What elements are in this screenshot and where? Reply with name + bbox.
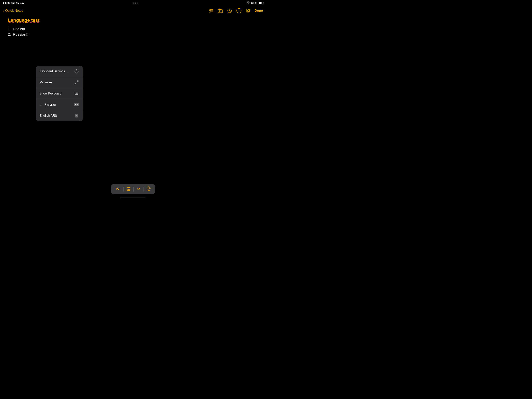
svg-rect-30 [75, 94, 78, 95]
compose-icon[interactable] [245, 8, 251, 14]
list-number-1: 1. [8, 27, 12, 31]
markup-icon[interactable] [227, 8, 233, 14]
svg-rect-9 [219, 9, 221, 10]
svg-point-1 [209, 10, 210, 10]
list-item: 1. English [8, 27, 258, 31]
nav-bar: ‹ Quick Notes [0, 6, 266, 16]
back-label: Quick Notes [5, 9, 23, 13]
camera-icon[interactable] [217, 8, 223, 14]
note-content: Language test 1. English 2. Russian!!! [0, 16, 266, 40]
menu-label-keyboard-settings: Keyboard Settings... [39, 70, 68, 73]
menu-russian-left: ✓ Русская [39, 103, 56, 107]
back-chevron-icon: ‹ [3, 9, 5, 13]
menu-item-keyboard-settings[interactable]: Keyboard Settings... [36, 66, 83, 77]
toolbar-ru-badge: РУ [115, 187, 120, 191]
home-indicator [120, 198, 146, 198]
nav-right-actions: Done [208, 8, 263, 14]
ru-badge: РУ [74, 103, 79, 106]
menu-label-russian: Русская [44, 103, 56, 106]
svg-rect-23 [77, 93, 78, 93]
list-text-2: Russian!!! [13, 32, 29, 37]
done-button[interactable]: Done [255, 9, 263, 13]
svg-rect-25 [75, 94, 75, 94]
svg-rect-29 [78, 94, 78, 94]
svg-rect-21 [76, 93, 76, 93]
list-text-1: English [13, 27, 25, 31]
toolbar-grid-button[interactable] [125, 187, 132, 192]
menu-item-english-us[interactable]: English (US) A [36, 110, 83, 121]
svg-rect-24 [78, 93, 78, 93]
toolbar-mic-button[interactable] [145, 186, 152, 193]
bottom-toolbar: РУ Aa [111, 184, 155, 194]
toolbar-aa-button[interactable]: Aa [135, 187, 142, 192]
svg-rect-26 [76, 94, 76, 94]
wifi-icon [247, 1, 250, 5]
menu-label-show-keyboard: Show Keyboard [39, 92, 62, 95]
grid-icon [127, 187, 130, 191]
keyboard-menu-popup: Keyboard Settings... Minimise Show Keybo… [36, 66, 83, 121]
svg-point-10 [222, 10, 222, 10]
microphone-icon [147, 187, 151, 192]
svg-point-16 [240, 11, 240, 11]
svg-rect-28 [77, 94, 78, 94]
svg-point-15 [239, 11, 239, 11]
list-item: 2. Russian!!! [8, 32, 258, 37]
minimize-icon [74, 80, 79, 85]
toolbar-divider-3 [144, 187, 144, 192]
menu-item-show-keyboard[interactable]: Show Keyboard [36, 88, 83, 99]
more-icon[interactable] [236, 8, 242, 14]
toolbar-ru-button[interactable]: РУ [114, 187, 122, 192]
toolbar-divider-1 [123, 187, 124, 192]
menu-item-minimise[interactable]: Minimise [36, 77, 83, 88]
menu-item-russian[interactable]: ✓ Русская РУ [36, 99, 83, 110]
battery-percentage: 66 % [251, 1, 257, 5]
svg-point-18 [76, 71, 77, 72]
menu-label-minimise: Minimise [39, 81, 52, 84]
svg-point-14 [238, 11, 238, 11]
status-right: 66 % [247, 1, 263, 5]
svg-rect-20 [75, 93, 75, 93]
note-list: 1. English 2. Russian!!! [8, 27, 258, 37]
svg-point-4 [209, 11, 211, 13]
a-badge-icon: A [74, 113, 79, 118]
note-title[interactable]: Language test [8, 18, 258, 23]
checklist-icon[interactable] [208, 8, 214, 14]
gear-icon [74, 69, 79, 74]
svg-point-8 [219, 10, 221, 12]
svg-rect-27 [76, 94, 77, 94]
svg-point-12 [229, 11, 230, 11]
dot-3 [137, 3, 138, 4]
toolbar-aa-label: Aa [137, 187, 141, 191]
svg-rect-22 [76, 93, 77, 93]
keyboard-icon [74, 91, 79, 96]
dot-2 [135, 3, 136, 4]
status-time-date: 20:03 Tue 15 Nov [3, 1, 24, 5]
a-badge: A [75, 114, 78, 117]
svg-rect-31 [148, 187, 150, 189]
dot-1 [133, 3, 134, 4]
menu-label-english-us: English (US) [39, 114, 57, 117]
list-number-2: 2. [8, 32, 12, 37]
status-center-dots [133, 3, 138, 4]
back-button[interactable]: ‹ Quick Notes [3, 9, 23, 13]
battery-icon [258, 2, 263, 4]
ru-badge-icon: РУ [74, 102, 79, 107]
status-bar: 20:03 Tue 15 Nov 66 % [0, 0, 266, 6]
checkmark-icon: ✓ [39, 103, 42, 107]
